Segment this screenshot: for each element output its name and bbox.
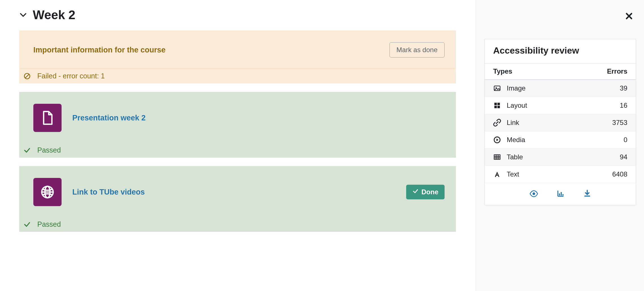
svg-rect-10 [497,106,500,108]
passed-icon [23,146,31,154]
accessibility-types-table: Types Errors Image 39 [485,63,636,183]
error-count: 39 [572,80,636,97]
close-icon[interactable] [625,12,633,21]
error-count: 16 [572,97,636,114]
download-icon[interactable] [583,189,591,198]
accessibility-side-panel: Accessibility review Types Errors I [476,0,644,291]
error-count: 0 [572,131,636,149]
svg-line-1 [25,74,29,78]
globe-icon [33,178,62,206]
passed-icon [23,221,31,228]
activity-title[interactable]: Important information for the course [33,46,166,54]
page-icon [33,104,62,132]
type-label: Media [507,136,525,144]
done-button-label: Done [421,188,438,196]
svg-rect-7 [494,103,497,105]
svg-rect-9 [494,106,497,108]
type-label: Layout [507,102,527,109]
done-button[interactable]: Done [406,185,445,199]
svg-rect-8 [497,103,500,105]
table-row[interactable]: Image 39 [485,80,636,97]
failed-icon [23,72,31,80]
type-label: Text [507,170,519,178]
activity-status-row: Passed [19,217,456,232]
accessibility-review-panel: Accessibility review Types Errors I [484,39,636,205]
section-title: Week 2 [33,8,75,22]
text-icon [493,170,501,178]
activity-status-text: Passed [37,146,61,154]
chart-icon[interactable] [556,189,565,198]
svg-rect-21 [561,192,562,196]
activity-status-text: Failed - error count: 1 [37,72,105,80]
type-label: Image [507,84,526,92]
col-header-types: Types [485,63,572,80]
type-label: Link [507,119,519,127]
col-header-errors: Errors [572,63,636,80]
section-header: Week 2 [19,0,456,30]
error-count: 94 [572,149,636,166]
type-label: Table [507,153,523,161]
panel-title: Accessibility review [485,39,636,63]
error-count: 6408 [572,166,636,183]
table-row[interactable]: Layout 16 [485,97,636,114]
svg-rect-12 [494,155,500,159]
table-icon [493,153,501,161]
svg-rect-20 [559,193,560,196]
link-icon [493,119,501,127]
activity-status-row: Failed - error count: 1 [19,68,456,83]
media-icon [493,136,501,144]
activity-link-tube-videos: Link to TUbe videos Done Passed [19,166,456,232]
table-row[interactable]: Link 3753 [485,114,636,131]
activity-title[interactable]: Link to TUbe videos [72,188,145,197]
activity-title[interactable]: Presentation week 2 [72,114,146,122]
mark-as-done-button[interactable]: Mark as done [390,42,445,58]
table-row[interactable]: Text 6408 [485,166,636,183]
activity-status-row: Passed [19,143,456,158]
image-icon [493,84,501,92]
chevron-down-icon[interactable] [19,11,27,19]
activity-presentation-week2: Presentation week 2 Passed [19,92,456,158]
activity-status-text: Passed [37,220,61,228]
layout-icon [493,102,501,109]
view-icon[interactable] [529,189,538,198]
error-count: 3753 [572,114,636,131]
table-row[interactable]: Media 0 [485,131,636,149]
activity-important-info: Important information for the course Mar… [19,30,456,83]
table-row[interactable]: Table 94 [485,149,636,166]
svg-point-17 [532,192,535,195]
svg-rect-22 [562,194,564,196]
panel-actions [485,183,636,205]
check-icon [412,188,419,196]
